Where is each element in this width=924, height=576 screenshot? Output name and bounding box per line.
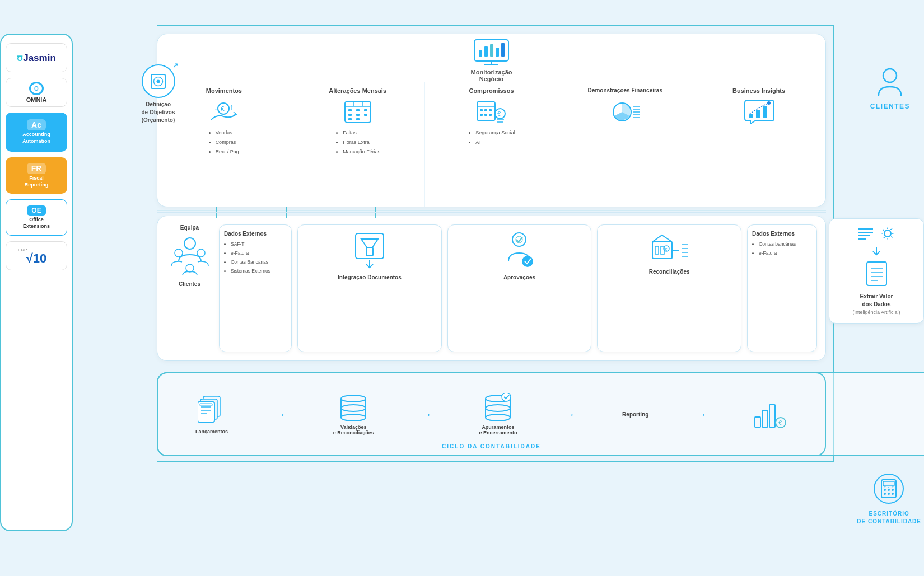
- top-section-box: Monitorização Negócio Movimentos ↓ € ↑: [157, 34, 826, 207]
- svg-text:÷: ÷: [892, 485, 894, 489]
- cycle-validacoes-2: Validaçõese Reconciliações: [333, 393, 374, 435]
- dados-externos-right-title: Dados Externos: [752, 231, 812, 237]
- monitorizacao-header: Monitorização Negócio: [471, 39, 512, 82]
- svg-point-86: [888, 489, 890, 491]
- svg-point-46: [767, 101, 771, 105]
- cycle-lancamentos-2: Lançamentos: [195, 395, 228, 434]
- svg-rect-143: [755, 417, 760, 427]
- svg-point-131: [341, 405, 366, 411]
- compromissos-title: Compromissos: [469, 87, 514, 94]
- svg-rect-21: [356, 114, 360, 116]
- ac-label: AccountingAutomation: [22, 132, 50, 144]
- ac-badge: Ac: [27, 119, 46, 130]
- svg-point-141: [486, 414, 510, 421]
- svg-rect-17: [348, 109, 352, 111]
- business-icon: [744, 99, 774, 124]
- definition-svg: [148, 72, 168, 91]
- svg-rect-7: [496, 48, 499, 57]
- fr-label: FiscalReporting: [25, 175, 49, 188]
- svg-point-75: [884, 230, 891, 237]
- ciclo-arrow-1: →: [275, 408, 286, 421]
- svg-text:+: +: [884, 485, 886, 489]
- col-alteracoes: Alterações Mensais: [291, 82, 425, 207]
- document-icon: [864, 260, 889, 288]
- movimentos-icon: ↓ € ↑: [208, 99, 239, 124]
- escritorio-label: ESCRITÓRIODE CONTABILIDADE: [857, 510, 921, 526]
- dados-externos-right-items: Contas bancáriase-Fatura: [752, 240, 812, 257]
- svg-point-90: [892, 493, 894, 495]
- svg-rect-77: [867, 262, 886, 285]
- movimentos-items: VendasComprasRec. / Pag.: [208, 128, 241, 157]
- svg-rect-18: [356, 109, 360, 111]
- vconn-2: [286, 207, 287, 218]
- sidebar-item-jasmin[interactable]: ʊJasmin: [6, 43, 67, 72]
- svg-point-85: [884, 489, 886, 491]
- svg-text:↓: ↓: [214, 102, 218, 111]
- oe-badge: OE: [27, 205, 45, 216]
- svg-rect-8: [501, 43, 505, 57]
- definition-box: ↗ Definição de Objetivos (Orçamento): [129, 64, 188, 124]
- svg-text:€: €: [497, 110, 501, 117]
- ciclo-arrow-4: →: [696, 408, 707, 421]
- sidebar-item-fr[interactable]: FR FiscalReporting: [6, 157, 67, 194]
- aprovacoes-card: Aprovações: [447, 224, 592, 352]
- svg-rect-54: [356, 233, 384, 259]
- svg-rect-27: [480, 109, 483, 111]
- sidebar-item-omnia[interactable]: O OMNIA: [6, 78, 67, 107]
- svg-point-138: [486, 405, 510, 411]
- sidebar-item-oe[interactable]: OE OfficeExtensions: [6, 199, 67, 236]
- alteracoes-title: Alterações Mensais: [329, 87, 386, 94]
- compromissos-items: Segurança SocialAT: [468, 128, 515, 147]
- divider-top-middle: [157, 210, 826, 211]
- jasmin-logo: ʊJasmin: [17, 52, 56, 64]
- clientes-middle-label: Clientes: [179, 281, 200, 287]
- svg-rect-22: [364, 114, 367, 116]
- clientes-panel: CLIENTES: [870, 67, 910, 110]
- extrai-header-icons: [857, 226, 895, 241]
- vconn-1: [216, 207, 217, 218]
- svg-point-60: [522, 256, 533, 267]
- aprovacoes-title: Aprovações: [503, 274, 535, 280]
- svg-point-49: [157, 79, 160, 83]
- ciclo-arrow-3: →: [564, 408, 575, 421]
- definition-circle-icon: [142, 64, 175, 98]
- alteracoes-icon: [344, 99, 372, 124]
- svg-point-88: [884, 493, 886, 495]
- middle-row: Equipa Clientes Dados Externos: [166, 224, 817, 352]
- svg-rect-62: [655, 246, 659, 254]
- svg-rect-28: [484, 109, 487, 111]
- erp-label-small: ERP: [18, 247, 27, 252]
- equipa-col: Equipa Clientes: [166, 224, 213, 352]
- person-icon: [876, 67, 904, 98]
- svg-rect-6: [490, 44, 493, 57]
- svg-point-51: [175, 249, 183, 257]
- svg-point-52: [197, 249, 205, 257]
- svg-rect-44: [756, 110, 760, 118]
- svg-point-53: [186, 264, 194, 272]
- svg-rect-24: [356, 118, 360, 120]
- svg-point-128: [341, 395, 366, 402]
- aprovacoes-icon: [504, 231, 535, 270]
- svg-point-134: [341, 414, 366, 421]
- monitorizacao-title: Monitorização: [471, 69, 512, 76]
- sidebar-item-ac[interactable]: Ac AccountingAutomation: [6, 113, 67, 152]
- svg-point-87: [892, 489, 894, 491]
- escritorio-panel: + - ÷ ESCRITÓRIODE CONTABILIDADE: [857, 472, 921, 526]
- ciclo-container: Lançamentos → Validaçõese Reconciliações…: [157, 372, 826, 456]
- clientes-label: CLIENTES: [870, 102, 910, 110]
- sidebar-item-erp[interactable]: ERP √10: [6, 241, 67, 270]
- svg-rect-31: [484, 114, 487, 116]
- h-divider-mid: [157, 212, 826, 213]
- svg-point-142: [502, 393, 511, 401]
- dados-externos-left-title: Dados Externos: [224, 231, 287, 237]
- erp-version: √10: [26, 252, 47, 265]
- svg-rect-43: [749, 114, 753, 118]
- omnia-label: OMNIA: [26, 96, 47, 103]
- integracao-icon: [353, 231, 386, 270]
- equipa-icon: [170, 233, 209, 278]
- dados-externos-right-card: Dados Externos Contas bancáriase-Fatura: [747, 224, 817, 352]
- svg-rect-30: [480, 114, 483, 116]
- validacoes-label-2: Validaçõese Reconciliações: [333, 424, 374, 435]
- svg-point-58: [512, 233, 526, 246]
- svg-point-0: [883, 69, 897, 82]
